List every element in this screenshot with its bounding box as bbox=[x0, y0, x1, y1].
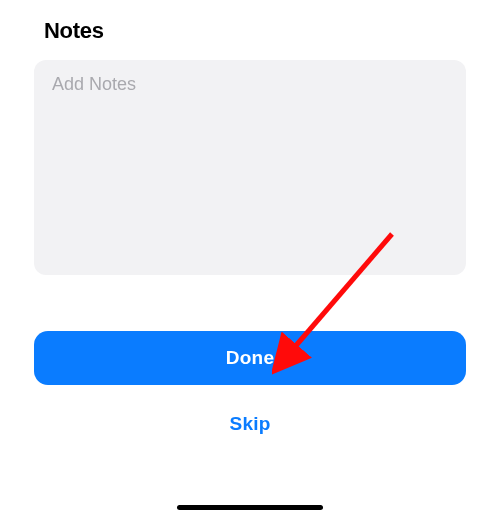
home-indicator[interactable] bbox=[177, 505, 323, 510]
skip-button[interactable]: Skip bbox=[34, 407, 466, 441]
notes-input[interactable] bbox=[34, 60, 466, 275]
page-title: Notes bbox=[44, 18, 466, 44]
done-button[interactable]: Done bbox=[34, 331, 466, 385]
